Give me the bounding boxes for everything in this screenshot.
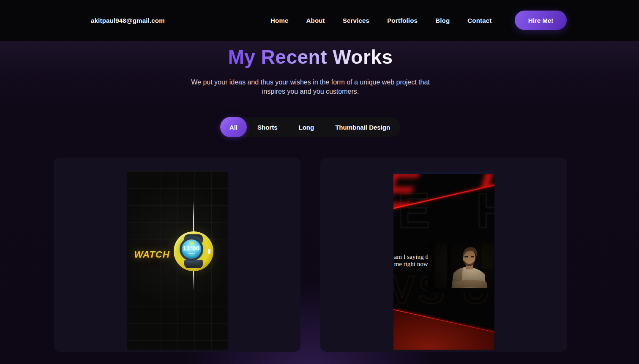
works-section: My Recent Works We put your ideas and th… — [0, 41, 639, 364]
watch-face: 11:00 — [180, 237, 203, 261]
nav-item-about[interactable]: About — [306, 17, 325, 24]
watch-time: 11:00 — [182, 244, 201, 252]
watch-notification-pill — [189, 242, 194, 244]
watch-crown — [208, 249, 210, 254]
filter-tab-all[interactable]: All — [220, 117, 247, 137]
filter-tab-thumbnail-design[interactable]: Thumbnail Design — [325, 117, 401, 137]
filter-tab-shorts[interactable]: Shorts — [247, 117, 288, 137]
nav-item-blog[interactable]: Blog — [435, 17, 450, 24]
filter-bar: All Shorts Long Thumbnail Design — [220, 117, 401, 137]
portfolio-card-watch[interactable]: WATCH 11:00 — [54, 158, 300, 352]
man-photo — [428, 243, 494, 293]
subtitle-line-2: inspires you and you customers. — [262, 88, 359, 95]
header: akitpaul948@gmail.com Home About Service… — [0, 0, 639, 41]
movie-video-thumbnail[interactable]: E H VS U E H am I saying this me right n… — [393, 171, 494, 350]
section-title-text: My Recent Works — [228, 45, 393, 69]
main-nav: Home About Services Portfolios Blog Cont… — [270, 0, 492, 41]
watch-subtext-line — [188, 253, 195, 254]
subtitle-line-1: We put your ideas and thus your wishes i… — [191, 79, 429, 86]
watch-strap-bottom — [184, 260, 203, 268]
watch-video-thumbnail[interactable]: WATCH 11:00 — [127, 171, 228, 350]
watch-brand-text: WATCH — [134, 249, 170, 260]
contact-email[interactable]: akitpaul948@gmail.com — [91, 0, 165, 41]
movie-caption-line-2: me right now? — [394, 261, 431, 267]
nav-item-portfolios[interactable]: Portfolios — [387, 17, 418, 24]
watch-subtext-line — [189, 255, 194, 255]
filter-tab-long[interactable]: Long — [288, 117, 325, 137]
portfolio-grid: WATCH 11:00 — [54, 158, 567, 352]
nav-item-contact[interactable]: Contact — [467, 17, 492, 24]
watch-yellow-circle: 11:00 — [174, 231, 213, 271]
hire-me-button[interactable]: Hire Me! — [515, 11, 567, 30]
nav-item-home[interactable]: Home — [270, 17, 288, 24]
section-subtitle: We put your ideas and thus your wishes i… — [54, 78, 567, 96]
movie-top-strip — [393, 171, 494, 174]
section-title: My Recent Works — [54, 45, 567, 72]
portfolio-card-movie[interactable]: E H VS U E H am I saying this me right n… — [320, 158, 567, 352]
nav-item-services[interactable]: Services — [343, 17, 369, 24]
